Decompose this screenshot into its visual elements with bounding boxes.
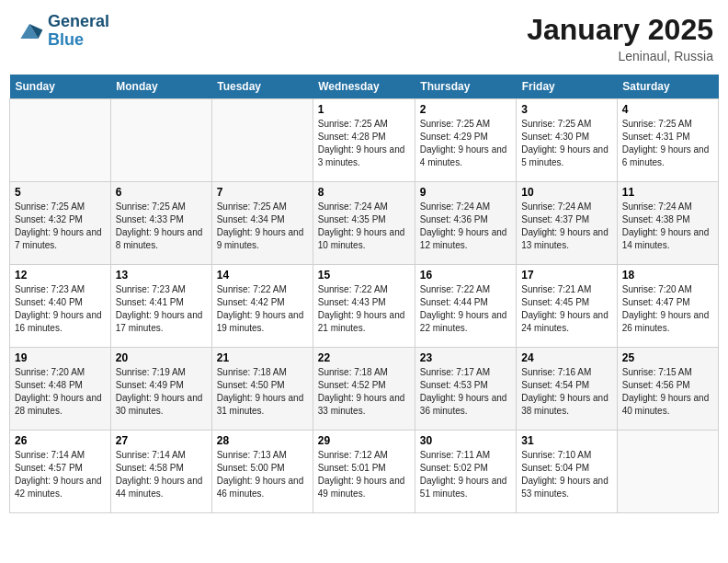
day-number: 15 xyxy=(318,269,410,282)
weekday-header-friday: Friday xyxy=(517,75,618,99)
calendar-cell: 7Sunrise: 7:25 AMSunset: 4:34 PMDaylight… xyxy=(211,182,313,265)
calendar-cell: 22Sunrise: 7:18 AMSunset: 4:52 PMDayligh… xyxy=(313,348,415,431)
day-number: 1 xyxy=(318,103,410,116)
cell-details: Sunrise: 7:14 AMSunset: 4:57 PMDaylight:… xyxy=(15,449,106,500)
calendar-cell: 28Sunrise: 7:13 AMSunset: 5:00 PMDayligh… xyxy=(211,431,313,513)
calendar-week-row: 26Sunrise: 7:14 AMSunset: 4:57 PMDayligh… xyxy=(10,431,719,513)
cell-details: Sunrise: 7:14 AMSunset: 4:58 PMDaylight:… xyxy=(116,449,207,500)
logo-line1: General xyxy=(48,13,109,31)
cell-details: Sunrise: 7:25 AMSunset: 4:28 PMDaylight:… xyxy=(318,118,410,169)
calendar-table: SundayMondayTuesdayWednesdayThursdayFrid… xyxy=(9,75,719,513)
cell-details: Sunrise: 7:20 AMSunset: 4:47 PMDaylight:… xyxy=(622,283,713,335)
calendar-cell: 27Sunrise: 7:14 AMSunset: 4:58 PMDayligh… xyxy=(110,431,211,513)
day-number: 9 xyxy=(420,186,511,199)
weekday-header-tuesday: Tuesday xyxy=(211,75,313,99)
calendar-week-row: 5Sunrise: 7:25 AMSunset: 4:32 PMDaylight… xyxy=(10,182,719,265)
calendar-week-row: 19Sunrise: 7:20 AMSunset: 4:48 PMDayligh… xyxy=(10,348,719,431)
calendar-cell: 11Sunrise: 7:24 AMSunset: 4:38 PMDayligh… xyxy=(617,182,718,265)
day-number: 6 xyxy=(116,186,207,199)
day-number: 28 xyxy=(217,434,308,447)
cell-details: Sunrise: 7:25 AMSunset: 4:33 PMDaylight:… xyxy=(116,201,207,252)
cell-details: Sunrise: 7:24 AMSunset: 4:35 PMDaylight:… xyxy=(318,201,410,252)
cell-details: Sunrise: 7:11 AMSunset: 5:02 PMDaylight:… xyxy=(420,449,511,500)
day-number: 16 xyxy=(420,269,511,282)
logo-icon xyxy=(15,17,44,46)
day-number: 12 xyxy=(15,269,106,282)
weekday-header-saturday: Saturday xyxy=(617,75,718,99)
weekday-header-thursday: Thursday xyxy=(415,75,516,99)
calendar-cell: 16Sunrise: 7:22 AMSunset: 4:44 PMDayligh… xyxy=(415,265,516,348)
day-number: 19 xyxy=(15,351,106,364)
cell-details: Sunrise: 7:15 AMSunset: 4:56 PMDaylight:… xyxy=(622,366,713,418)
cell-details: Sunrise: 7:23 AMSunset: 4:40 PMDaylight:… xyxy=(15,283,106,335)
calendar-cell: 8Sunrise: 7:24 AMSunset: 4:35 PMDaylight… xyxy=(313,182,415,265)
title-block: January 2025 Leninaul, Russia xyxy=(527,13,713,63)
location: Leninaul, Russia xyxy=(527,49,713,63)
logo-line2: Blue xyxy=(48,31,109,50)
cell-details: Sunrise: 7:22 AMSunset: 4:42 PMDaylight:… xyxy=(217,283,308,335)
calendar-cell: 14Sunrise: 7:22 AMSunset: 4:42 PMDayligh… xyxy=(211,265,313,348)
day-number: 30 xyxy=(420,434,511,447)
day-number: 2 xyxy=(420,103,511,116)
day-number: 13 xyxy=(116,269,207,282)
cell-details: Sunrise: 7:24 AMSunset: 4:36 PMDaylight:… xyxy=(420,201,511,252)
cell-details: Sunrise: 7:17 AMSunset: 4:53 PMDaylight:… xyxy=(420,366,511,418)
day-number: 25 xyxy=(622,351,713,364)
day-number: 5 xyxy=(15,186,106,199)
cell-details: Sunrise: 7:16 AMSunset: 4:54 PMDaylight:… xyxy=(521,366,612,418)
day-number: 18 xyxy=(622,269,713,282)
cell-details: Sunrise: 7:20 AMSunset: 4:48 PMDaylight:… xyxy=(15,366,106,418)
day-number: 27 xyxy=(116,434,207,447)
cell-details: Sunrise: 7:24 AMSunset: 4:38 PMDaylight:… xyxy=(622,201,713,252)
day-number: 10 xyxy=(521,186,612,199)
cell-details: Sunrise: 7:18 AMSunset: 4:52 PMDaylight:… xyxy=(318,366,410,418)
day-number: 22 xyxy=(318,351,410,364)
day-number: 3 xyxy=(521,103,612,116)
calendar-cell: 6Sunrise: 7:25 AMSunset: 4:33 PMDaylight… xyxy=(110,182,211,265)
day-number: 24 xyxy=(521,351,612,364)
day-number: 14 xyxy=(217,269,308,282)
calendar-week-row: 12Sunrise: 7:23 AMSunset: 4:40 PMDayligh… xyxy=(10,265,719,348)
calendar-cell: 10Sunrise: 7:24 AMSunset: 4:37 PMDayligh… xyxy=(517,182,618,265)
day-number: 26 xyxy=(15,434,106,447)
calendar-cell: 4Sunrise: 7:25 AMSunset: 4:31 PMDaylight… xyxy=(617,99,718,182)
calendar-cell: 30Sunrise: 7:11 AMSunset: 5:02 PMDayligh… xyxy=(415,431,516,513)
calendar-cell: 19Sunrise: 7:20 AMSunset: 4:48 PMDayligh… xyxy=(10,348,111,431)
logo: General Blue xyxy=(15,13,109,50)
day-number: 29 xyxy=(318,434,410,447)
day-number: 7 xyxy=(217,186,308,199)
cell-details: Sunrise: 7:25 AMSunset: 4:31 PMDaylight:… xyxy=(622,118,713,169)
calendar-cell: 20Sunrise: 7:19 AMSunset: 4:49 PMDayligh… xyxy=(110,348,211,431)
calendar-cell: 26Sunrise: 7:14 AMSunset: 4:57 PMDayligh… xyxy=(10,431,111,513)
page-header: General Blue January 2025 Leninaul, Russ… xyxy=(9,9,719,67)
day-number: 21 xyxy=(217,351,308,364)
weekday-header-row: SundayMondayTuesdayWednesdayThursdayFrid… xyxy=(10,75,719,99)
month-year: January 2025 xyxy=(527,13,713,47)
calendar-cell: 24Sunrise: 7:16 AMSunset: 4:54 PMDayligh… xyxy=(517,348,618,431)
calendar-cell: 9Sunrise: 7:24 AMSunset: 4:36 PMDaylight… xyxy=(415,182,516,265)
calendar-cell: 18Sunrise: 7:20 AMSunset: 4:47 PMDayligh… xyxy=(617,265,718,348)
day-number: 20 xyxy=(116,351,207,364)
cell-details: Sunrise: 7:24 AMSunset: 4:37 PMDaylight:… xyxy=(521,201,612,252)
weekday-header-wednesday: Wednesday xyxy=(313,75,415,99)
day-number: 31 xyxy=(521,434,612,447)
cell-details: Sunrise: 7:19 AMSunset: 4:49 PMDaylight:… xyxy=(116,366,207,418)
cell-details: Sunrise: 7:25 AMSunset: 4:29 PMDaylight:… xyxy=(420,118,511,169)
cell-details: Sunrise: 7:25 AMSunset: 4:30 PMDaylight:… xyxy=(521,118,612,169)
calendar-cell: 5Sunrise: 7:25 AMSunset: 4:32 PMDaylight… xyxy=(10,182,111,265)
calendar-cell: 23Sunrise: 7:17 AMSunset: 4:53 PMDayligh… xyxy=(415,348,516,431)
day-number: 8 xyxy=(318,186,410,199)
day-number: 4 xyxy=(622,103,713,116)
calendar-cell: 1Sunrise: 7:25 AMSunset: 4:28 PMDaylight… xyxy=(313,99,415,182)
calendar-cell xyxy=(617,431,718,513)
calendar-cell: 17Sunrise: 7:21 AMSunset: 4:45 PMDayligh… xyxy=(517,265,618,348)
cell-details: Sunrise: 7:22 AMSunset: 4:43 PMDaylight:… xyxy=(318,283,410,335)
cell-details: Sunrise: 7:25 AMSunset: 4:32 PMDaylight:… xyxy=(15,201,106,252)
cell-details: Sunrise: 7:22 AMSunset: 4:44 PMDaylight:… xyxy=(420,283,511,335)
weekday-header-monday: Monday xyxy=(110,75,211,99)
cell-details: Sunrise: 7:23 AMSunset: 4:41 PMDaylight:… xyxy=(116,283,207,335)
logo-text: General Blue xyxy=(48,13,109,50)
calendar-cell: 12Sunrise: 7:23 AMSunset: 4:40 PMDayligh… xyxy=(10,265,111,348)
cell-details: Sunrise: 7:18 AMSunset: 4:50 PMDaylight:… xyxy=(217,366,308,418)
calendar-cell: 2Sunrise: 7:25 AMSunset: 4:29 PMDaylight… xyxy=(415,99,516,182)
